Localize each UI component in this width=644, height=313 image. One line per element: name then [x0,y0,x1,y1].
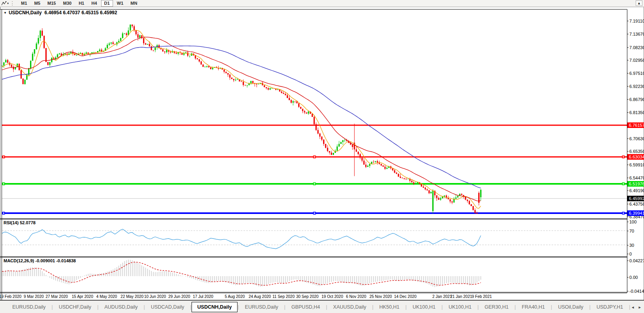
chart-header: ▼USDCNH,Daily 6.46954 6.47037 6.45315 6.… [4,10,117,15]
tab-uk100-h1[interactable]: UK100,H1 [443,302,477,312]
svg-text:6.63034: 6.63034 [629,155,644,159]
svg-text:6.59910: 6.59910 [629,162,644,167]
toolbar: ▾ M1M5M15M30H1H4D1W1MN ▲ [0,0,644,7]
tab-eurusd-daily[interactable]: EURUSD,Daily [6,302,52,312]
timeframe-button-h4[interactable]: H4 [88,0,100,7]
svg-text:10 Jun 2020: 10 Jun 2020 [144,294,166,299]
timeframe-button-m1[interactable]: M1 [18,0,30,7]
chart-symbol-label: USDCNH,Daily [9,10,42,15]
symbol-tabs: EURUSD,Daily|USDCHF,Daily|AUDUSD,Daily|U… [0,301,631,313]
timeframe-button-m30[interactable]: M30 [60,0,75,7]
svg-text:6.86790: 6.86790 [629,97,644,102]
toolbar-overflow-up-icon[interactable]: ▲ [636,0,642,6]
tab-audusd-daily[interactable]: AUDUSD,Daily [98,302,144,312]
svg-text:19 Oct 2020: 19 Oct 2020 [322,294,343,299]
timeframe-button-m15[interactable]: M15 [44,0,59,7]
tab-usdjpy-h1[interactable]: USDJPY,H1 [590,302,629,312]
tabs-scroll-left-icon[interactable]: ◂ [632,305,634,310]
svg-text:6.45992: 6.45992 [629,196,644,201]
rsi-label: RSI(14) 52.0778 [4,220,36,225]
svg-text:100: 100 [629,219,636,224]
svg-text:6.39941: 6.39941 [629,211,644,216]
svg-text:22 May 2020: 22 May 2020 [121,294,144,299]
svg-text:2 Jan 2021: 2 Jan 2021 [432,294,452,299]
svg-text:7.13670: 7.13670 [629,32,644,36]
tab-usoil-daily[interactable]: USOil,Daily [552,302,589,312]
collapse-icon[interactable]: ▼ [4,11,7,15]
svg-text:6.92230: 6.92230 [629,84,644,89]
timeframe-button-mn[interactable]: MN [127,0,140,7]
svg-text:6.81350: 6.81350 [629,110,644,115]
svg-text:0: 0 [629,252,632,256]
tab-usdchf-daily[interactable]: USDCHF,Daily [53,302,97,312]
tab-scroll-arrows: ◂ ▸ [631,305,644,310]
svg-text:6.43750: 6.43750 [629,202,644,206]
svg-text:7.02950: 7.02950 [629,58,644,63]
svg-text:6.70630: 6.70630 [629,136,644,141]
svg-text:25 Nov 2020: 25 Nov 2020 [370,294,392,299]
chart-ohlc-values: 6.46954 6.47037 6.45315 6.45992 [44,10,117,15]
tab-usdcad-daily[interactable]: USDCAD,Daily [145,302,190,312]
timeframe-button-w1[interactable]: W1 [114,0,127,7]
tab-fra40-h1[interactable]: FRA40,H1 [516,302,551,312]
crosshair-tool-icon[interactable] [1,1,7,6]
svg-text:15 Apr 2020: 15 Apr 2020 [72,294,93,299]
tab-xauusd-daily[interactable]: XAUUSD,Daily [327,302,372,312]
svg-text:19 Feb 2020: 19 Feb 2020 [0,294,22,299]
tab-eurusd-daily[interactable]: EURUSD,Daily [239,302,284,312]
toolbar-grip [12,1,14,6]
svg-text:30: 30 [629,243,634,248]
chart-canvas: 7.191107.136707.082307.029506.975106.922… [0,0,644,313]
svg-text:-0.04148: -0.04148 [629,289,644,294]
svg-text:17 Jul 2020: 17 Jul 2020 [193,294,213,299]
timeframe-button-d1[interactable]: D1 [101,0,113,7]
timeframe-button-h1[interactable]: H1 [75,0,87,7]
svg-text:9 Mar 2020: 9 Mar 2020 [24,294,44,299]
svg-text:0.00: 0.00 [629,275,638,280]
svg-text:0.042275: 0.042275 [629,258,644,263]
tabs-scroll-right-icon[interactable]: ▸ [638,305,641,310]
tab-ger30-h1[interactable]: GER30,H1 [479,302,514,312]
svg-text:29 Jun 2020: 29 Jun 2020 [168,294,190,299]
tab-uk100-h1[interactable]: UK100,H1 [406,302,441,312]
svg-text:24 Aug 2020: 24 Aug 2020 [249,294,271,299]
svg-text:6.54470: 6.54470 [629,176,644,180]
tab-gbpusd-h4[interactable]: GBPUSD,H4 [286,302,326,312]
svg-text:30 Sep 2020: 30 Sep 2020 [296,294,319,299]
svg-text:14 Dec 2020: 14 Dec 2020 [394,294,417,299]
macd-label: MACD(12,26,9) -0.009001 -0.014838 [4,258,76,263]
svg-text:27 Mar 2020: 27 Mar 2020 [46,294,68,299]
svg-text:5 Aug 2020: 5 Aug 2020 [225,294,245,299]
tool-dropdown-icon[interactable]: ▾ [7,2,9,5]
svg-text:9 Feb 2021: 9 Feb 2021 [472,294,492,299]
tab-hk50-h1[interactable]: HK50,H1 [374,302,406,312]
symbol-tabbar: EURUSD,Daily|USDCHF,Daily|AUDUSD,Daily|U… [0,300,644,313]
svg-text:6.76157: 6.76157 [629,123,644,128]
timeframe-button-m5[interactable]: M5 [31,0,43,7]
svg-text:4 May 2020: 4 May 2020 [96,294,117,299]
svg-text:6.97510: 6.97510 [629,71,644,76]
timeframe-buttons: M1M5M15M30H1H4D1W1MN [17,0,141,7]
tab-usdcnh-daily[interactable]: USDCNH,Daily [192,302,238,312]
svg-text:7.08230: 7.08230 [629,45,644,50]
svg-text:6.51976: 6.51976 [629,181,644,186]
svg-text:21 Jan 2021: 21 Jan 2021 [450,294,472,299]
svg-text:70: 70 [629,229,634,233]
svg-text:6 Nov 2020: 6 Nov 2020 [346,294,366,299]
svg-text:7.19110: 7.19110 [629,19,644,23]
svg-text:6.65350: 6.65350 [629,149,644,154]
svg-text:6.49190: 6.49190 [629,188,644,193]
svg-text:11 Sep 2020: 11 Sep 2020 [272,294,295,299]
